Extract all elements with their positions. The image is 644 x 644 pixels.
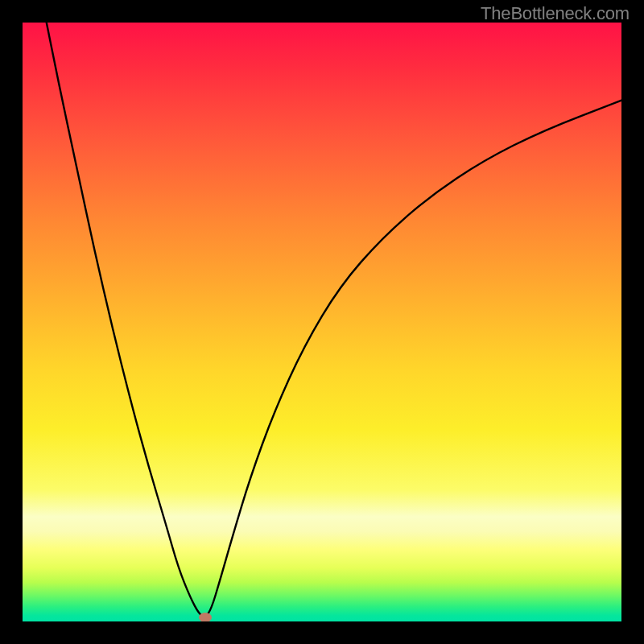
curve-svg	[23, 23, 621, 621]
watermark-text: TheBottleneck.com	[481, 3, 630, 24]
plot-area	[23, 23, 621, 621]
min-marker	[199, 613, 212, 621]
chart-frame: TheBottleneck.com	[0, 0, 644, 644]
bottleneck-curve	[40, 23, 621, 616]
